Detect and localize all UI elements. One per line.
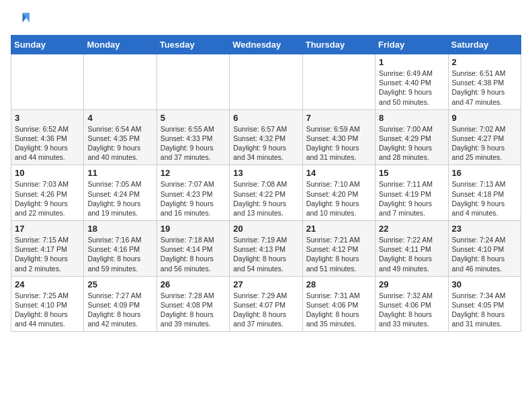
day-info: Sunrise: 7:11 AM Sunset: 4:19 PM Dayligh… [379, 179, 444, 218]
day-info: Sunrise: 7:18 AM Sunset: 4:14 PM Dayligh… [161, 235, 226, 273]
day-info: Sunrise: 7:21 AM Sunset: 4:12 PM Dayligh… [306, 235, 371, 273]
day-number: 7 [306, 113, 371, 123]
day-header-sunday: Sunday [11, 36, 84, 54]
calendar-cell: 29Sunrise: 7:32 AM Sunset: 4:06 PM Dayli… [375, 276, 448, 332]
calendar-cell [157, 54, 229, 110]
calendar-header: SundayMondayTuesdayWednesdayThursdayFrid… [11, 36, 521, 54]
calendar-cell: 30Sunrise: 7:34 AM Sunset: 4:05 PM Dayli… [448, 276, 521, 332]
day-info: Sunrise: 7:28 AM Sunset: 4:08 PM Dayligh… [161, 291, 226, 329]
day-number: 9 [452, 113, 517, 123]
header [11, 11, 521, 30]
day-number: 27 [233, 279, 298, 289]
day-info: Sunrise: 6:59 AM Sunset: 4:30 PM Dayligh… [306, 124, 371, 163]
calendar-cell: 20Sunrise: 7:19 AM Sunset: 4:13 PM Dayli… [230, 221, 302, 277]
day-number: 13 [233, 168, 298, 178]
day-number: 21 [306, 224, 371, 234]
calendar-cell: 2Sunrise: 6:51 AM Sunset: 4:38 PM Daylig… [448, 54, 521, 110]
day-info: Sunrise: 6:57 AM Sunset: 4:32 PM Dayligh… [233, 124, 298, 163]
calendar: SundayMondayTuesdayWednesdayThursdayFrid… [11, 35, 521, 332]
day-info: Sunrise: 7:31 AM Sunset: 4:06 PM Dayligh… [306, 291, 371, 329]
day-info: Sunrise: 7:19 AM Sunset: 4:13 PM Dayligh… [233, 235, 298, 273]
day-info: Sunrise: 7:25 AM Sunset: 4:10 PM Dayligh… [15, 291, 80, 329]
calendar-cell: 7Sunrise: 6:59 AM Sunset: 4:30 PM Daylig… [302, 109, 375, 165]
calendar-cell: 19Sunrise: 7:18 AM Sunset: 4:14 PM Dayli… [157, 221, 229, 277]
calendar-cell: 17Sunrise: 7:15 AM Sunset: 4:17 PM Dayli… [11, 221, 84, 277]
calendar-cell: 23Sunrise: 7:24 AM Sunset: 4:10 PM Dayli… [448, 221, 521, 277]
header-row: SundayMondayTuesdayWednesdayThursdayFrid… [11, 36, 521, 54]
calendar-body: 1Sunrise: 6:49 AM Sunset: 4:40 PM Daylig… [11, 54, 521, 332]
day-info: Sunrise: 7:16 AM Sunset: 4:16 PM Dayligh… [87, 235, 152, 273]
day-info: Sunrise: 7:05 AM Sunset: 4:24 PM Dayligh… [87, 179, 152, 218]
day-info: Sunrise: 7:24 AM Sunset: 4:10 PM Dayligh… [452, 235, 517, 273]
day-info: Sunrise: 7:10 AM Sunset: 4:20 PM Dayligh… [306, 179, 371, 218]
day-number: 26 [161, 279, 226, 289]
calendar-cell: 5Sunrise: 6:55 AM Sunset: 4:33 PM Daylig… [157, 109, 229, 165]
day-info: Sunrise: 7:27 AM Sunset: 4:09 PM Dayligh… [87, 291, 152, 329]
calendar-cell: 9Sunrise: 7:02 AM Sunset: 4:27 PM Daylig… [448, 109, 521, 165]
day-number: 29 [379, 279, 444, 289]
day-number: 14 [306, 168, 371, 178]
day-number: 24 [15, 279, 80, 289]
calendar-cell: 3Sunrise: 6:52 AM Sunset: 4:36 PM Daylig… [11, 109, 84, 165]
day-header-tuesday: Tuesday [157, 36, 229, 54]
logo-icon [11, 11, 30, 30]
calendar-cell: 18Sunrise: 7:16 AM Sunset: 4:16 PM Dayli… [84, 221, 157, 277]
day-number: 20 [233, 224, 298, 234]
day-info: Sunrise: 7:34 AM Sunset: 4:05 PM Dayligh… [452, 291, 517, 329]
calendar-cell: 6Sunrise: 6:57 AM Sunset: 4:32 PM Daylig… [230, 109, 302, 165]
calendar-cell: 16Sunrise: 7:13 AM Sunset: 4:18 PM Dayli… [448, 165, 521, 221]
day-info: Sunrise: 7:03 AM Sunset: 4:26 PM Dayligh… [15, 179, 80, 218]
day-info: Sunrise: 6:55 AM Sunset: 4:33 PM Dayligh… [161, 124, 226, 163]
calendar-cell: 21Sunrise: 7:21 AM Sunset: 4:12 PM Dayli… [302, 221, 375, 277]
day-number: 12 [161, 168, 226, 178]
calendar-cell [84, 54, 157, 110]
day-number: 22 [379, 224, 444, 234]
week-row-3: 10Sunrise: 7:03 AM Sunset: 4:26 PM Dayli… [11, 165, 521, 221]
day-number: 3 [15, 113, 80, 123]
day-header-saturday: Saturday [448, 36, 521, 54]
logo [11, 11, 32, 30]
day-info: Sunrise: 7:32 AM Sunset: 4:06 PM Dayligh… [379, 291, 444, 329]
day-number: 4 [87, 113, 152, 123]
calendar-cell: 27Sunrise: 7:29 AM Sunset: 4:07 PM Dayli… [230, 276, 302, 332]
day-number: 1 [379, 57, 444, 67]
day-number: 25 [87, 279, 152, 289]
calendar-cell: 26Sunrise: 7:28 AM Sunset: 4:08 PM Dayli… [157, 276, 229, 332]
calendar-cell: 28Sunrise: 7:31 AM Sunset: 4:06 PM Dayli… [302, 276, 375, 332]
day-number: 11 [87, 168, 152, 178]
day-header-monday: Monday [84, 36, 157, 54]
day-number: 10 [15, 168, 80, 178]
day-info: Sunrise: 7:00 AM Sunset: 4:29 PM Dayligh… [379, 124, 444, 163]
day-info: Sunrise: 6:52 AM Sunset: 4:36 PM Dayligh… [15, 124, 80, 163]
day-number: 16 [452, 168, 517, 178]
calendar-cell: 15Sunrise: 7:11 AM Sunset: 4:19 PM Dayli… [375, 165, 448, 221]
day-info: Sunrise: 6:54 AM Sunset: 4:35 PM Dayligh… [87, 124, 152, 163]
day-info: Sunrise: 6:49 AM Sunset: 4:40 PM Dayligh… [379, 68, 444, 107]
calendar-cell: 14Sunrise: 7:10 AM Sunset: 4:20 PM Dayli… [302, 165, 375, 221]
day-header-friday: Friday [375, 36, 448, 54]
calendar-cell: 12Sunrise: 7:07 AM Sunset: 4:23 PM Dayli… [157, 165, 229, 221]
day-info: Sunrise: 7:02 AM Sunset: 4:27 PM Dayligh… [452, 124, 517, 163]
calendar-cell: 1Sunrise: 6:49 AM Sunset: 4:40 PM Daylig… [375, 54, 448, 110]
day-info: Sunrise: 7:15 AM Sunset: 4:17 PM Dayligh… [15, 235, 80, 273]
day-header-thursday: Thursday [302, 36, 375, 54]
week-row-2: 3Sunrise: 6:52 AM Sunset: 4:36 PM Daylig… [11, 109, 521, 165]
calendar-cell: 4Sunrise: 6:54 AM Sunset: 4:35 PM Daylig… [84, 109, 157, 165]
day-number: 17 [15, 224, 80, 234]
calendar-cell [230, 54, 302, 110]
week-row-1: 1Sunrise: 6:49 AM Sunset: 4:40 PM Daylig… [11, 54, 521, 110]
day-info: Sunrise: 7:29 AM Sunset: 4:07 PM Dayligh… [233, 291, 298, 329]
day-info: Sunrise: 7:07 AM Sunset: 4:23 PM Dayligh… [161, 179, 226, 218]
calendar-cell: 8Sunrise: 7:00 AM Sunset: 4:29 PM Daylig… [375, 109, 448, 165]
day-info: Sunrise: 7:08 AM Sunset: 4:22 PM Dayligh… [233, 179, 298, 218]
week-row-4: 17Sunrise: 7:15 AM Sunset: 4:17 PM Dayli… [11, 221, 521, 277]
day-header-wednesday: Wednesday [230, 36, 302, 54]
calendar-cell: 22Sunrise: 7:22 AM Sunset: 4:11 PM Dayli… [375, 221, 448, 277]
day-number: 6 [233, 113, 298, 123]
day-number: 15 [379, 168, 444, 178]
calendar-cell: 25Sunrise: 7:27 AM Sunset: 4:09 PM Dayli… [84, 276, 157, 332]
calendar-cell: 13Sunrise: 7:08 AM Sunset: 4:22 PM Dayli… [230, 165, 302, 221]
calendar-cell: 11Sunrise: 7:05 AM Sunset: 4:24 PM Dayli… [84, 165, 157, 221]
day-number: 28 [306, 279, 371, 289]
day-info: Sunrise: 6:51 AM Sunset: 4:38 PM Dayligh… [452, 68, 517, 107]
